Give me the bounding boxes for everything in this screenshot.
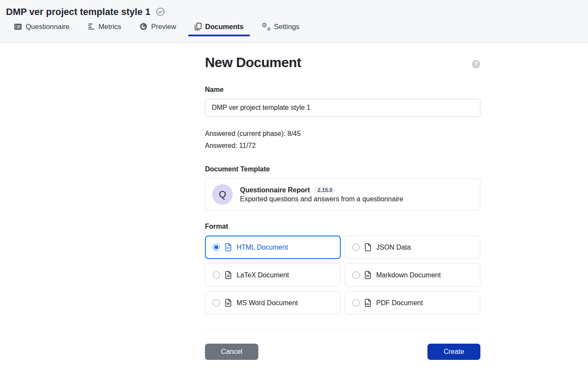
radio-latex[interactable] [213,271,220,279]
form-actions: Cancel Create [205,344,480,360]
file-word-icon: W [225,299,231,307]
new-document-form: New Document ? Name Answered (current ph… [205,43,480,360]
create-button[interactable]: Create [427,344,480,360]
template-description: Exported questions and answers from a qu… [240,195,403,203]
list-icon [14,24,22,30]
format-option-label: MS Word Document [237,299,298,307]
tab-label: Settings [274,23,299,31]
eye-icon [140,23,147,30]
tab-settings[interactable]: ⚙⚙ Settings [255,18,306,36]
divider [205,329,480,330]
answered-total: Answered: 11/72 [205,140,480,152]
format-option-label: Markdown Document [376,271,441,279]
template-name: Questionnaire Report [240,186,310,194]
template-version-badge: 2.15.0 [314,186,336,194]
answered-summary: Answered (current phase): 8/45 Answered:… [205,128,480,152]
format-options: HTML Document JSON Data LaTeX Doc [205,236,480,315]
template-avatar: Q [212,184,233,205]
document-template-card: Q Questionnaire Report 2.15.0 Exported q… [205,178,480,211]
help-icon[interactable]: ? [472,60,480,68]
format-option-html[interactable]: HTML Document [205,236,341,259]
name-input[interactable] [205,99,480,117]
file-lines-icon [225,271,231,279]
tab-documents[interactable]: Documents [188,18,250,36]
format-option-json[interactable]: JSON Data [345,236,480,259]
tab-label: Questionnaire [26,23,70,31]
radio-markdown[interactable] [352,271,360,279]
copy-icon [195,23,202,30]
gears-icon: ⚙⚙ [262,23,270,30]
format-option-label: JSON Data [376,244,411,251]
format-option-label: PDF Document [376,299,423,307]
tab-label: Metrics [99,23,121,31]
radio-html[interactable] [213,244,220,251]
file-icon [365,243,371,251]
file-pdf-icon: PDF [365,299,371,307]
project-title: DMP ver project template style 1 [6,6,150,18]
cancel-button[interactable]: Cancel [205,344,258,360]
svg-text:PDF: PDF [366,303,370,306]
tab-questionnaire[interactable]: Questionnaire [8,18,76,36]
svg-text:W: W [227,302,230,306]
answered-current-phase: Answered (current phase): 8/45 [205,128,480,140]
metrics-chart-icon [88,23,95,30]
tab-bar: Questionnaire Metrics Pre [0,18,588,36]
radio-json[interactable] [352,244,360,251]
name-label: Name [205,86,480,94]
format-option-ms-word[interactable]: W MS Word Document [205,291,341,315]
project-title-row: DMP ver project template style 1 [0,0,588,18]
document-template-label: Document Template [205,165,480,173]
circle-check-icon [156,7,165,16]
tab-label: Documents [205,23,244,31]
page-title: New Document [205,55,301,71]
tab-metrics[interactable]: Metrics [82,18,128,36]
file-code-icon [225,243,231,251]
format-option-label: HTML Document [237,244,288,251]
format-option-label: LaTeX Document [237,271,289,279]
file-lines-icon [365,271,371,279]
app-header: DMP ver project template style 1 Questio… [0,0,588,43]
tab-label: Preview [151,23,176,31]
format-label: Format [205,223,480,230]
format-option-latex[interactable]: LaTeX Document [205,263,341,287]
format-option-pdf[interactable]: PDF PDF Document [345,291,480,315]
radio-pdf[interactable] [352,299,360,306]
radio-ms-word[interactable] [213,299,220,306]
tab-preview[interactable]: Preview [133,18,183,36]
format-option-markdown[interactable]: Markdown Document [345,263,480,287]
